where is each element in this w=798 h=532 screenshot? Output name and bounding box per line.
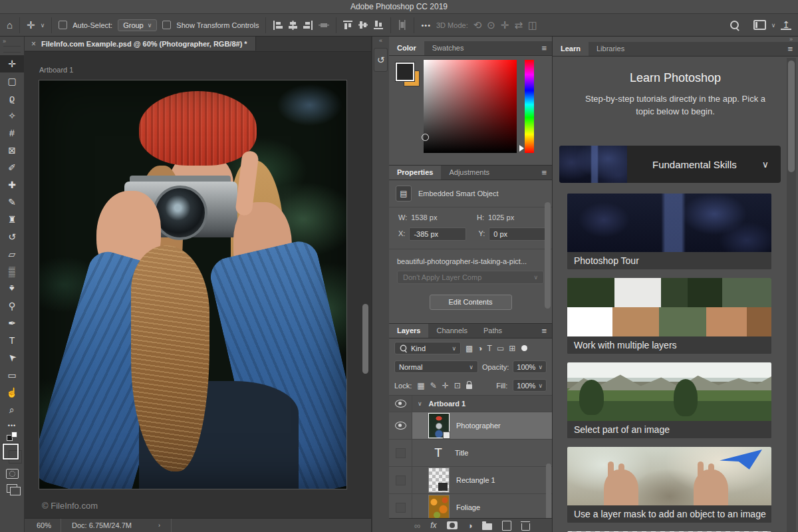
layer-thumbnail[interactable]: T	[428, 441, 448, 465]
marquee-tool[interactable]: ▢	[0, 72, 24, 90]
tab-channels[interactable]: Channels	[428, 324, 475, 338]
document-tab[interactable]: × FileInfo.com Example.psd @ 60% (Photog…	[25, 37, 256, 51]
layer-row-foliage[interactable]: Foliage	[389, 494, 552, 521]
align-left-icon[interactable]	[273, 21, 283, 30]
auto-select-checkbox[interactable]	[59, 21, 67, 29]
eyedropper-tool[interactable]: ✐	[0, 159, 24, 176]
properties-scrollbar[interactable]	[545, 202, 551, 309]
artboard-label[interactable]: Artboard 1	[39, 66, 73, 74]
type-tool[interactable]: T	[0, 332, 24, 349]
blend-mode-dropdown[interactable]: Normal ∨	[394, 360, 478, 373]
layer-row-artboard[interactable]: ∨ Artboard 1	[389, 396, 552, 412]
filter-image-icon[interactable]: ▩	[466, 344, 473, 353]
history-brush-tool[interactable]: ↺	[0, 228, 24, 245]
3d-slide-icon[interactable]: ⇄	[514, 20, 523, 30]
layer-row-photographer[interactable]: Photographer	[389, 412, 552, 440]
color-swatches[interactable]	[2, 444, 22, 464]
lock-artboard-icon[interactable]: ⊡	[454, 381, 461, 390]
dodge-tool[interactable]: ⚲	[0, 297, 24, 315]
workspace-icon[interactable]	[753, 20, 766, 30]
filter-smart-object-icon[interactable]: ⊞	[509, 344, 515, 353]
learn-scrollbar[interactable]	[788, 61, 795, 172]
tab-layers[interactable]: Layers	[389, 324, 428, 338]
quick-mask-icon[interactable]	[6, 469, 19, 479]
visibility-eye-icon[interactable]	[395, 422, 406, 430]
tutorial-card-select-image[interactable]: Select part of an image	[567, 362, 771, 438]
distribute-v-icon[interactable]	[398, 20, 407, 30]
brush-tool[interactable]: ✎	[0, 194, 24, 211]
panel-menu-icon[interactable]: ≡	[541, 326, 552, 336]
opacity-input[interactable]: 100% ∨	[513, 360, 547, 373]
tab-paths[interactable]: Paths	[475, 324, 510, 338]
lock-transparency-icon[interactable]: ▦	[417, 381, 424, 390]
canvas-vertical-scrollbar[interactable]	[362, 304, 368, 374]
layer-thumbnail[interactable]	[428, 467, 450, 493]
lasso-tool[interactable]: ϱ	[0, 90, 24, 107]
layer-thumbnail[interactable]	[428, 413, 450, 438]
color-panel-swatches[interactable]	[396, 63, 420, 86]
align-center-h-icon[interactable]	[288, 21, 298, 30]
workspace-chevron-icon[interactable]: ∨	[771, 22, 776, 29]
3d-roll-icon[interactable]: ⊙	[487, 20, 495, 30]
y-position-input[interactable]: 0 px	[489, 227, 546, 241]
tab-color[interactable]: Color	[389, 41, 424, 55]
crop-tool[interactable]: #	[0, 124, 24, 142]
hue-slider-cursor[interactable]	[519, 145, 524, 152]
layer-thumbnail[interactable]	[428, 495, 450, 520]
toolbar-more-icon[interactable]: •••	[0, 422, 24, 429]
add-layer-mask-icon[interactable]	[447, 521, 458, 529]
3d-camera-icon[interactable]: ◫	[528, 20, 537, 30]
filter-kind-dropdown[interactable]: Kind ∨	[394, 342, 461, 354]
fundamental-skills-accordion[interactable]: Fundamental Skills ∨	[559, 146, 781, 183]
lock-pixels-icon[interactable]: ✎	[430, 381, 437, 390]
tutorial-card-multiple-layers[interactable]: Work with multiple layers	[567, 278, 771, 354]
move-tool[interactable]: ✛	[0, 55, 24, 72]
tab-swatches[interactable]: Swatches	[424, 41, 472, 55]
move-tool-chevron-icon[interactable]: ∨	[41, 22, 45, 29]
chevron-down-icon[interactable]: ∨	[418, 400, 422, 407]
new-layer-icon[interactable]	[502, 521, 511, 531]
auto-select-dropdown[interactable]: Group ∨	[118, 19, 157, 31]
panel-menu-icon[interactable]: ≡	[541, 168, 552, 178]
clone-stamp-tool[interactable]: ♜	[0, 211, 24, 228]
foreground-color-swatch[interactable]	[396, 63, 414, 81]
zoom-level[interactable]: 60%	[25, 521, 61, 529]
dock-collapse-icon[interactable]: «	[372, 37, 389, 45]
canvas-photo[interactable]	[39, 80, 346, 489]
lock-all-icon[interactable]	[466, 384, 472, 389]
path-selection-tool[interactable]: ➤	[0, 349, 24, 366]
more-options-icon[interactable]: •••	[421, 21, 431, 29]
color-field-cursor[interactable]	[422, 134, 429, 141]
frame-tool[interactable]: ⊠	[0, 142, 24, 159]
eraser-tool[interactable]: ▱	[0, 245, 24, 263]
close-icon[interactable]: ×	[31, 39, 36, 49]
learn-collapse-icon[interactable]: »	[553, 37, 798, 42]
filter-type-icon[interactable]: T	[487, 344, 492, 353]
screen-mode-icon[interactable]	[7, 484, 17, 493]
blur-tool[interactable]: ♠	[0, 280, 24, 297]
filter-toggle-icon[interactable]	[521, 345, 527, 351]
panel-menu-icon[interactable]: ≡	[787, 44, 798, 54]
home-icon[interactable]: ⌂	[7, 20, 13, 30]
align-right-icon[interactable]	[303, 21, 313, 30]
tutorial-card-layer-mask[interactable]: Use a layer mask to add an object to an …	[567, 447, 771, 523]
visibility-empty-box[interactable]	[396, 503, 406, 513]
align-top-icon[interactable]	[343, 20, 353, 30]
3d-pan-icon[interactable]: ✛	[501, 20, 509, 30]
pen-tool[interactable]: ✒	[0, 315, 24, 332]
3d-orbit-icon[interactable]: ⟲	[473, 20, 482, 30]
layer-row-title[interactable]: T Title	[389, 440, 552, 467]
zoom-tool[interactable]: ⌕	[0, 401, 24, 418]
fill-input[interactable]: 100% ∨	[513, 379, 547, 392]
hand-tool[interactable]: ☝	[0, 384, 24, 401]
filter-adjustment-icon[interactable]: ◑	[477, 344, 482, 353]
rectangle-tool[interactable]: ▭	[0, 366, 24, 384]
layer-comp-dropdown[interactable]: Don't Apply Layer Comp ∨	[397, 271, 544, 284]
filter-shape-icon[interactable]: ▭	[497, 344, 504, 353]
layer-effects-icon[interactable]: fx	[430, 521, 436, 530]
edit-contents-button[interactable]: Edit Contents	[430, 295, 512, 310]
tab-libraries[interactable]: Libraries	[589, 42, 632, 56]
layer-row-rectangle[interactable]: Rectangle 1	[389, 467, 552, 494]
history-panel-icon[interactable]: ↺	[374, 48, 388, 72]
visibility-empty-box[interactable]	[396, 448, 406, 458]
